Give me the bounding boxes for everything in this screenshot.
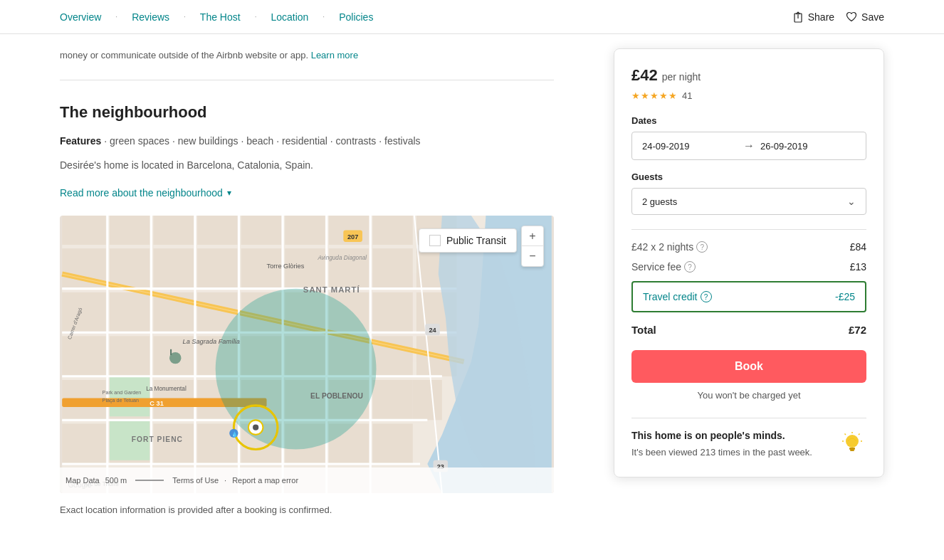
svg-text:SANT MARTÍ: SANT MARTÍ <box>303 285 360 294</box>
nav-dot-3: · <box>255 13 257 21</box>
travel-credit-value: -£25 <box>835 291 855 302</box>
nights-line-item: £42 x 2 nights ? £84 <box>631 241 866 253</box>
right-column: £42 per night ★★★★★ 41 Dates 24-09-2019 … <box>614 34 884 532</box>
date-to: 26-09-2019 <box>760 141 856 152</box>
nav-dot-4: · <box>322 13 325 21</box>
svg-rect-14 <box>110 248 150 288</box>
nav-location[interactable]: Location <box>271 11 308 23</box>
review-count: 41 <box>682 90 692 101</box>
map-svg: C 31 💧 La Sagrada Família La Monu <box>60 216 554 493</box>
svg-text:FORT PIENC: FORT PIENC <box>132 435 183 443</box>
svg-text:C 31: C 31 <box>150 400 163 407</box>
minds-text: This home is on people's minds. It's bee… <box>631 430 828 460</box>
svg-rect-57 <box>110 376 150 416</box>
svg-rect-49 <box>62 424 106 464</box>
share-icon <box>792 11 804 23</box>
svg-rect-22 <box>62 292 106 332</box>
service-fee-value: £13 <box>850 261 866 273</box>
dates-input[interactable]: 24-09-2019 → 26-09-2019 <box>631 132 866 160</box>
lightbulb-icon <box>838 430 866 458</box>
save-button[interactable]: Save <box>846 11 884 23</box>
nights-help-icon[interactable]: ? <box>696 241 708 253</box>
page-wrapper: money or communicate outside of the Airb… <box>0 34 944 532</box>
svg-rect-104 <box>849 448 855 450</box>
travel-credit-row: Travel credit ? -£25 <box>631 281 866 312</box>
location-description: Desirée's home is located in Barcelona, … <box>60 157 554 173</box>
share-label: Share <box>808 11 834 23</box>
booking-card: £42 per night ★★★★★ 41 Dates 24-09-2019 … <box>614 48 884 477</box>
map-footer: Map Data 500 m Terms of Use · Report a m… <box>60 467 554 493</box>
nav-dot-1: · <box>115 13 117 21</box>
share-button[interactable]: Share <box>792 11 834 23</box>
nav-policies[interactable]: Policies <box>339 11 373 23</box>
service-fee-line-item: Service fee ? £13 <box>631 261 866 273</box>
svg-rect-15 <box>153 248 193 288</box>
svg-rect-47 <box>372 380 412 420</box>
svg-rect-7 <box>197 216 237 245</box>
read-more-link[interactable]: Read more about the neighbourhood ▾ <box>60 187 554 199</box>
minds-description: It's been viewed 213 times in the past w… <box>631 445 828 460</box>
nav-reviews[interactable]: Reviews <box>132 11 169 23</box>
nights-label: £42 x 2 nights ? <box>631 241 708 253</box>
neighbourhood-title: The neighbourhood <box>60 103 554 122</box>
zoom-out-button[interactable]: − <box>522 246 543 266</box>
nav-dot-2: · <box>184 13 186 21</box>
service-help-icon[interactable]: ? <box>684 261 696 273</box>
svg-rect-31 <box>62 337 106 376</box>
nav-overview[interactable]: Overview <box>60 11 101 23</box>
features-list: green spaces · new buildings · beach · r… <box>110 135 421 147</box>
total-label: Total <box>631 324 656 336</box>
map-container: C 31 💧 La Sagrada Família La Monu <box>60 216 554 493</box>
svg-point-103 <box>846 435 859 448</box>
travel-credit-label: Travel credit ? <box>643 291 712 302</box>
svg-text:La Monumental: La Monumental <box>146 386 187 393</box>
chevron-down-icon: ⌄ <box>847 196 856 207</box>
book-button[interactable]: Book <box>631 350 866 383</box>
nav-actions: Share Save <box>792 11 884 23</box>
left-column: money or communicate outside of the Airb… <box>60 34 554 532</box>
transit-checkbox[interactable] <box>429 235 441 246</box>
date-arrow-icon: → <box>743 139 755 152</box>
price-row: £42 per night <box>631 66 866 85</box>
svg-text:EL POBLENOU: EL POBLENOU <box>310 392 363 400</box>
zoom-in-button[interactable]: + <box>522 226 543 246</box>
divider-1 <box>631 229 866 230</box>
report-map-link[interactable]: Report a map error <box>232 476 298 485</box>
svg-rect-29 <box>372 292 412 332</box>
svg-rect-4 <box>62 216 106 245</box>
svg-rect-8 <box>241 216 281 245</box>
nav-the-host[interactable]: The Host <box>200 11 241 23</box>
top-navigation: Overview · Reviews · The Host · Location… <box>0 0 944 34</box>
date-from: 24-09-2019 <box>642 141 738 152</box>
svg-rect-6 <box>153 216 193 245</box>
svg-point-76 <box>216 289 377 450</box>
zoom-controls: + − <box>521 226 544 267</box>
dates-label: Dates <box>631 115 866 126</box>
svg-rect-20 <box>372 248 412 288</box>
chevron-down-icon: ▾ <box>227 188 231 198</box>
save-label: Save <box>861 11 884 23</box>
svg-text:La Sagrada Família: La Sagrada Família <box>183 338 240 345</box>
svg-point-79 <box>253 425 258 430</box>
total-row: Total £72 <box>631 324 866 336</box>
guests-selector[interactable]: 2 guests ⌄ <box>631 188 866 215</box>
exact-location-note: Exact location information is provided a… <box>60 504 554 515</box>
travel-credit-help-icon[interactable]: ? <box>701 291 712 302</box>
map-distance: 500 m <box>105 476 127 485</box>
map-data-label: Map Data <box>65 476 100 485</box>
svg-text:207: 207 <box>347 233 358 241</box>
guests-value: 2 guests <box>642 196 677 207</box>
learn-more-link[interactable]: Learn more <box>311 50 358 60</box>
transit-toggle[interactable]: Public Transit <box>419 228 517 253</box>
svg-rect-82 <box>170 349 172 355</box>
price-amount: £42 <box>631 66 658 85</box>
svg-text:💧: 💧 <box>231 431 238 438</box>
minds-section: This home is on people's minds. It's bee… <box>631 418 866 460</box>
svg-line-107 <box>859 434 860 435</box>
nav-links: Overview · Reviews · The Host · Location… <box>60 11 373 23</box>
heart-icon <box>846 11 857 23</box>
svg-rect-23 <box>110 292 150 332</box>
terms-link[interactable]: Terms of Use <box>172 476 219 485</box>
svg-rect-9 <box>285 216 325 245</box>
svg-rect-56 <box>372 424 412 464</box>
